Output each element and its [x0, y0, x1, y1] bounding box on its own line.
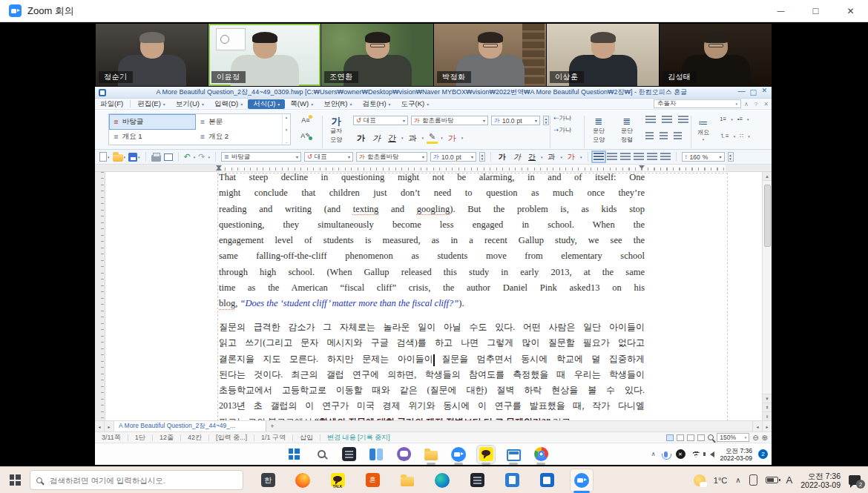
- style-apply-button[interactable]: A✎: [297, 128, 315, 142]
- next-page-button[interactable]: ⇟: [763, 411, 772, 420]
- dark-app-icon[interactable]: [466, 469, 488, 492]
- participant-video[interactable]: 정순기: [96, 24, 208, 86]
- new-document-button[interactable]: ▾: [99, 152, 110, 162]
- underline-button[interactable]: 간: [526, 152, 538, 162]
- align-justify-icon[interactable]: [645, 116, 656, 124]
- hwp-restore-button[interactable]: [751, 87, 757, 98]
- indent-decrease-icon[interactable]: [660, 132, 668, 140]
- border-button[interactable]: 과: [546, 152, 558, 162]
- paragraph-align-button[interactable]: ≣ 문단정렬: [614, 113, 640, 147]
- redo-button[interactable]: [198, 152, 205, 162]
- start-icon[interactable]: [285, 446, 303, 463]
- status-insert-mode[interactable]: 삽입: [293, 433, 320, 443]
- remote-clock[interactable]: 오전 7:36 2022-03-09: [720, 447, 752, 462]
- indent-increase-icon[interactable]: [645, 132, 654, 140]
- edge-icon[interactable]: [431, 469, 453, 492]
- widgets-icon[interactable]: [367, 446, 385, 463]
- align-left-icon[interactable]: [662, 116, 672, 124]
- local-clock[interactable]: 오전 7:36 2022-03-09: [800, 472, 841, 489]
- char-spacing-decrease-button[interactable]: ⇢가나: [553, 126, 571, 135]
- start-button[interactable]: [0, 467, 30, 493]
- maximize-button[interactable]: [798, 0, 833, 21]
- battery-icon[interactable]: [766, 477, 778, 483]
- firefox-icon[interactable]: [292, 469, 314, 492]
- right-margin-marker[interactable]: [639, 165, 645, 169]
- zoom-level-combo[interactable]: 150%▾: [717, 433, 749, 442]
- tab-scroll-right-icon[interactable]: ▸: [105, 421, 114, 431]
- paragraph-shape-button[interactable]: ≣ 문단모양: [586, 113, 611, 147]
- dark-app-icon[interactable]: [340, 446, 358, 463]
- scroll-up-button[interactable]: ▲: [763, 172, 772, 181]
- multilevel-list-button[interactable]: ⒈≡: [720, 132, 729, 140]
- korean-ime-icon[interactable]: [257, 469, 279, 492]
- notification-center-icon[interactable]: 2: [849, 475, 861, 485]
- help-icon[interactable]: [752, 101, 760, 107]
- collapse-ribbon-icon[interactable]: [741, 101, 752, 107]
- menu-security[interactable]: 보안(R): [318, 99, 357, 109]
- participant-video[interactable]: 박정화: [434, 24, 546, 86]
- border-button[interactable]: 과: [407, 133, 419, 144]
- hscroll-left-icon[interactable]: ◂: [752, 421, 762, 431]
- notification-count-badge[interactable]: 2: [758, 449, 768, 459]
- underline-button[interactable]: 간: [386, 133, 398, 144]
- blue-app-icon[interactable]: [501, 469, 523, 492]
- view-mode-page-icon[interactable]: [666, 434, 674, 441]
- char-spacing-increase-button[interactable]: ⇠가나: [553, 114, 571, 123]
- menu-input[interactable]: 입력(D): [209, 99, 248, 109]
- volume-icon[interactable]: [710, 451, 714, 457]
- zoom-app-icon[interactable]: [450, 446, 467, 463]
- close-doc-icon[interactable]: [760, 101, 772, 107]
- hscroll-right-icon[interactable]: ▸: [762, 421, 772, 431]
- close-button[interactable]: [833, 0, 868, 21]
- new-tab-button[interactable]: +: [266, 421, 278, 431]
- numbered-list-button[interactable]: 1≡: [720, 116, 726, 122]
- menu-page[interactable]: 쪽(W): [285, 99, 318, 109]
- style-gallery-scroll[interactable]: ▴▾⌄: [282, 114, 290, 145]
- line-spacing-icon[interactable]: [674, 132, 682, 140]
- save-button[interactable]: ▾: [128, 153, 140, 162]
- font-family-combo[interactable]: 가함초롬바탕▾: [411, 116, 488, 125]
- view-mode-width-icon[interactable]: [687, 434, 694, 441]
- font-family-combo[interactable]: 가함초롬바탕▾: [356, 152, 427, 162]
- hancom-office-icon[interactable]: [361, 469, 384, 492]
- prev-page-button[interactable]: ⇞: [763, 403, 772, 411]
- font-size-combo[interactable]: 가10.0pt▾: [430, 152, 476, 162]
- document-page[interactable]: That steep decline in questioning might …: [105, 172, 762, 420]
- microphone-icon[interactable]: [664, 451, 668, 457]
- list-level-button[interactable]: ∷: [740, 133, 743, 139]
- paragraph-style-combo[interactable]: ≣바탕글▾: [221, 152, 301, 162]
- outline-button[interactable]: ≔ 개요▾: [693, 113, 714, 147]
- wifi-icon[interactable]: [691, 451, 701, 457]
- search-input[interactable]: [48, 475, 237, 486]
- menu-format-active[interactable]: 서식(J): [248, 99, 285, 109]
- menu-file[interactable]: 파일(F): [95, 99, 128, 109]
- file-explorer-icon[interactable]: [396, 469, 418, 492]
- highlight-button[interactable]: ✎: [427, 132, 438, 144]
- stop-share-icon[interactable]: [676, 449, 685, 459]
- tray-overflow-icon[interactable]: [651, 451, 656, 457]
- view-mode-full-icon[interactable]: [677, 434, 684, 441]
- scrollbar-thumb[interactable]: [764, 185, 771, 247]
- copy-format-button[interactable]: A≡: [297, 113, 315, 127]
- screen-app-icon[interactable]: [504, 446, 522, 463]
- zoom-magnifier-icon[interactable]: [708, 434, 714, 440]
- left-indent-marker[interactable]: [216, 167, 222, 171]
- quick-command-combo[interactable]: 추돌자▾: [654, 99, 741, 108]
- rep-style-combo[interactable]: ↺대표▾: [353, 116, 408, 125]
- participant-video[interactable]: 조연환: [321, 24, 433, 86]
- align-distribute-button[interactable]: [647, 153, 657, 161]
- bold-button[interactable]: 가: [355, 133, 367, 144]
- style-outline2[interactable]: ≣개요 2: [196, 130, 283, 145]
- font-size-stepper[interactable]: ▲▼: [479, 152, 485, 162]
- capture-tool-icon[interactable]: [536, 469, 558, 492]
- style-outline1[interactable]: ≣개요 1: [109, 130, 196, 145]
- menu-tools[interactable]: 도구(K): [396, 99, 435, 109]
- italic-button[interactable]: 가: [511, 152, 523, 162]
- tray-overflow-icon[interactable]: [735, 476, 740, 484]
- document-tab[interactable]: A More Beautiful Question_2장_44~49_...: [114, 421, 266, 431]
- align-left-button[interactable]: [607, 153, 617, 161]
- font-size-combo[interactable]: 가10.0pt▾: [491, 116, 540, 125]
- menu-edit[interactable]: 편집(E): [132, 99, 171, 109]
- minimize-button[interactable]: [763, 0, 798, 21]
- align-justify-button[interactable]: [594, 153, 604, 161]
